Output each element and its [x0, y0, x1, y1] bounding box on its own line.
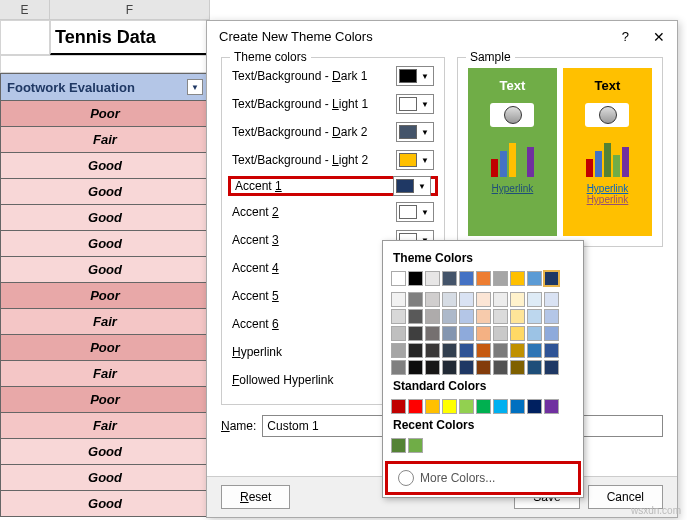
- color-swatch[interactable]: [493, 326, 508, 341]
- table-cell[interactable]: Fair: [0, 309, 210, 335]
- color-swatch[interactable]: [459, 326, 474, 341]
- color-swatch[interactable]: [544, 343, 559, 358]
- close-button[interactable]: ✕: [653, 29, 665, 45]
- table-cell[interactable]: Poor: [0, 283, 210, 309]
- table-cell[interactable]: Fair: [0, 127, 210, 153]
- color-swatch[interactable]: [476, 309, 491, 324]
- color-swatch[interactable]: [510, 399, 525, 414]
- color-swatch[interactable]: [391, 343, 406, 358]
- color-swatch[interactable]: [510, 309, 525, 324]
- color-swatch[interactable]: [493, 309, 508, 324]
- color-swatch[interactable]: [391, 399, 406, 414]
- col-header-f[interactable]: F: [50, 0, 210, 19]
- color-swatch[interactable]: [408, 309, 423, 324]
- color-swatch[interactable]: [425, 309, 440, 324]
- color-swatch[interactable]: [408, 343, 423, 358]
- color-swatch[interactable]: [527, 360, 542, 375]
- color-swatch[interactable]: [459, 271, 474, 286]
- color-swatch[interactable]: [493, 399, 508, 414]
- color-swatch[interactable]: [459, 399, 474, 414]
- table-cell[interactable]: Good: [0, 231, 210, 257]
- color-swatch[interactable]: [425, 343, 440, 358]
- color-swatch[interactable]: [476, 271, 491, 286]
- color-swatch[interactable]: [459, 292, 474, 307]
- color-swatch[interactable]: [544, 399, 559, 414]
- reset-button[interactable]: Reset: [221, 485, 290, 509]
- color-dropdown-button[interactable]: ▼: [396, 122, 434, 142]
- color-swatch[interactable]: [442, 292, 457, 307]
- color-swatch[interactable]: [408, 292, 423, 307]
- color-swatch[interactable]: [408, 360, 423, 375]
- color-swatch[interactable]: [425, 360, 440, 375]
- color-swatch[interactable]: [493, 343, 508, 358]
- color-swatch[interactable]: [408, 326, 423, 341]
- color-swatch[interactable]: [459, 343, 474, 358]
- color-dropdown-button[interactable]: ▼: [396, 94, 434, 114]
- color-swatch[interactable]: [408, 399, 423, 414]
- color-swatch[interactable]: [476, 399, 491, 414]
- color-swatch[interactable]: [544, 271, 559, 286]
- table-cell[interactable]: Good: [0, 179, 210, 205]
- color-swatch[interactable]: [493, 292, 508, 307]
- color-dropdown-button[interactable]: ▼: [396, 150, 434, 170]
- color-swatch[interactable]: [442, 343, 457, 358]
- color-swatch[interactable]: [425, 292, 440, 307]
- color-swatch[interactable]: [408, 438, 423, 453]
- color-swatch[interactable]: [493, 360, 508, 375]
- color-swatch[interactable]: [391, 271, 406, 286]
- color-dropdown-button[interactable]: ▼: [396, 66, 434, 86]
- table-cell[interactable]: Poor: [0, 101, 210, 127]
- table-cell[interactable]: Fair: [0, 413, 210, 439]
- color-swatch[interactable]: [442, 399, 457, 414]
- help-button[interactable]: ?: [622, 29, 629, 45]
- color-swatch[interactable]: [544, 360, 559, 375]
- color-swatch[interactable]: [425, 271, 440, 286]
- color-swatch[interactable]: [510, 326, 525, 341]
- table-cell[interactable]: Poor: [0, 387, 210, 413]
- page-title[interactable]: Tennis Data: [50, 20, 210, 55]
- color-dropdown-button[interactable]: ▼: [393, 176, 431, 196]
- color-swatch[interactable]: [459, 309, 474, 324]
- color-swatch[interactable]: [391, 292, 406, 307]
- color-swatch[interactable]: [510, 271, 525, 286]
- table-cell[interactable]: Good: [0, 465, 210, 491]
- col-header-e[interactable]: E: [0, 0, 50, 19]
- color-swatch[interactable]: [459, 360, 474, 375]
- more-colors-button[interactable]: More Colors...: [385, 461, 581, 495]
- color-swatch[interactable]: [527, 292, 542, 307]
- color-dropdown-button[interactable]: ▼: [396, 202, 434, 222]
- color-swatch[interactable]: [544, 309, 559, 324]
- color-swatch[interactable]: [510, 360, 525, 375]
- color-swatch[interactable]: [527, 309, 542, 324]
- color-swatch[interactable]: [442, 360, 457, 375]
- color-swatch[interactable]: [442, 326, 457, 341]
- blank-row[interactable]: [0, 55, 210, 73]
- table-header[interactable]: Footwork Evaluation ▼: [0, 73, 210, 101]
- color-swatch[interactable]: [391, 438, 406, 453]
- color-swatch[interactable]: [544, 326, 559, 341]
- color-swatch[interactable]: [425, 326, 440, 341]
- color-swatch[interactable]: [391, 309, 406, 324]
- color-swatch[interactable]: [510, 343, 525, 358]
- color-swatch[interactable]: [527, 399, 542, 414]
- color-swatch[interactable]: [391, 326, 406, 341]
- color-swatch[interactable]: [442, 309, 457, 324]
- table-cell[interactable]: Fair: [0, 361, 210, 387]
- table-cell[interactable]: Good: [0, 491, 210, 517]
- color-swatch[interactable]: [442, 271, 457, 286]
- table-cell[interactable]: Good: [0, 439, 210, 465]
- color-swatch[interactable]: [476, 360, 491, 375]
- table-cell[interactable]: Poor: [0, 335, 210, 361]
- color-swatch[interactable]: [425, 399, 440, 414]
- table-cell[interactable]: Good: [0, 153, 210, 179]
- color-swatch[interactable]: [510, 292, 525, 307]
- color-swatch[interactable]: [408, 271, 423, 286]
- color-swatch[interactable]: [476, 326, 491, 341]
- color-swatch[interactable]: [527, 326, 542, 341]
- table-cell[interactable]: Good: [0, 257, 210, 283]
- cell-blank[interactable]: [0, 20, 50, 55]
- color-swatch[interactable]: [476, 292, 491, 307]
- color-swatch[interactable]: [544, 292, 559, 307]
- filter-dropdown-button[interactable]: ▼: [187, 79, 203, 95]
- table-cell[interactable]: Good: [0, 205, 210, 231]
